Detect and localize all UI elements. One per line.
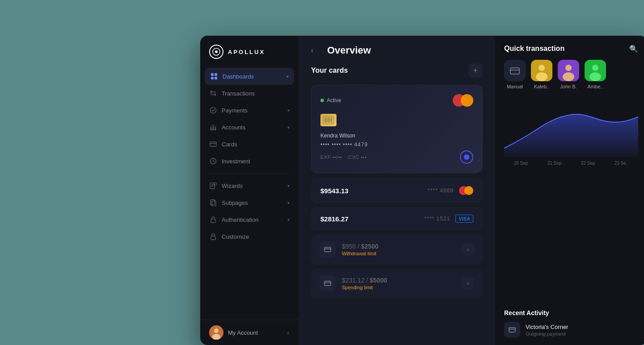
stats-row: $950 / $2500 Withdrawal limit › [311,235,483,298]
chevron-down-icon: ▾ [287,125,290,130]
page-title: Overview [327,45,371,56]
mc-logo-small [459,186,473,195]
mini-card-2[interactable]: $2816.27 **** 1521 VISA [311,207,483,230]
stat-arrow-1[interactable]: › [462,243,474,256]
mini-card-amount: $9543.13 [320,187,349,195]
investment-icon [209,157,217,165]
svg-rect-4 [211,77,214,79]
svg-rect-14 [211,236,215,240]
spending-icon [320,275,336,291]
card-top-row: Active [320,94,473,107]
activity-type: Outgoing payment [526,331,638,337]
card-meta: EXP ••/•• CVC ••• [320,154,366,160]
contact-name-amber: Ambe.. [588,84,603,89]
sidebar-item-payments[interactable]: Payments ▾ [200,102,299,119]
contact-name-manual: Manual [507,84,523,89]
right-panel: Quick transaction Manual [495,36,644,345]
chart-area: 20 Sep 21 Sep 22 Sep 23 Se.. [495,96,644,302]
stat-info-2: $231.12 / $5000 Spending limit [342,277,455,290]
mini-card-1[interactable]: $9543.13 **** 4869 [311,179,483,203]
mini-card-right-2: **** 1521 VISA [425,215,473,223]
logo-icon [209,45,223,59]
transactions-icon [209,89,217,97]
back-button[interactable]: ‹ [311,45,322,56]
main-scroll-area: Your cards + Active [299,63,495,345]
sidebar-item-investment[interactable]: Investment [200,153,299,170]
search-icon[interactable]: 🔍 [629,45,638,53]
sidebar-item-transactions[interactable]: Transactions [200,85,299,102]
sidebar-item-label: Wizards [222,183,283,189]
svg-point-26 [539,65,545,71]
logo-text: APOLLUX [228,49,265,55]
spending-limit-item: $231.12 / $5000 Spending limit › [311,269,483,298]
svg-rect-22 [504,60,526,81]
mastercard-logo [453,94,473,107]
svg-point-1 [215,50,218,53]
contact-avatar-kaleb [531,60,552,81]
payments-icon [209,106,217,114]
current-amount-2: $231.12 [342,277,365,284]
cards-section-header: Your cards + [311,63,483,78]
contact-kaleb[interactable]: Kaleb.. [531,60,552,89]
contact-amber[interactable]: Ambe.. [585,60,606,89]
sidebar-nav: Dashboards ▾ Transactions [200,66,299,320]
accounts-icon [209,123,217,131]
svg-rect-5 [215,77,217,79]
contact-avatar-john [558,60,579,81]
svg-point-27 [536,72,547,81]
cards-section-title: Your cards [311,67,348,75]
activity-card-icon [504,322,520,338]
add-card-button[interactable]: + [468,63,483,78]
dashboards-icon [210,72,218,80]
total-amount-2: / $5000 [366,277,387,284]
chart-label-1: 20 Sep [514,161,528,166]
svg-point-30 [563,72,574,81]
account-name: My Account [228,329,282,336]
cvc-dots: ••• [361,154,366,160]
contact-avatar-manual [504,60,526,81]
sidebar-item-label: Cards [222,141,290,148]
contact-john[interactable]: John B. [558,60,579,89]
sidebar-item-subpages[interactable]: Subpages ▾ [200,194,299,211]
sidebar-item-accounts[interactable]: Accounts ▾ [200,119,299,136]
current-amount: $950 [342,243,356,250]
sidebar-item-label: Subpages [222,200,283,206]
stat-arrow-2[interactable]: › [462,277,474,290]
sidebar: APOLLUX 🔍 Dashboards ▾ [200,36,299,345]
main-content: ‹ Overview Your cards + Active [299,36,495,345]
sidebar-item-label: Accounts [222,124,283,131]
sidebar-item-dashboards[interactable]: Dashboards ▾ [205,68,294,85]
sidebar-item-label: Customize [222,233,290,240]
chevron-down-icon: ▾ [287,217,290,222]
right-panel-header: Quick transaction Manual [495,36,644,96]
cards-icon [209,140,217,148]
contact-manual[interactable]: Manual [504,60,526,89]
activity-info: Victoria's Corner Outgoing payment [526,324,638,337]
authentication-icon [209,216,217,224]
mc-orange [464,186,473,195]
sidebar-item-authentication[interactable]: Authentication ▾ [200,211,299,228]
card-toggle-button[interactable] [460,150,473,164]
chevron-down-icon: ▾ [287,108,290,113]
subpages-icon [209,199,217,207]
wizards-icon [209,182,217,190]
card-status: Active [320,97,341,104]
exp-label: EXP [320,154,331,160]
chip-icon [320,114,337,126]
exp-value: ••/•• [333,154,342,160]
mini-card-number: **** 4869 [428,187,454,194]
chart-label-2: 21 Sep [547,161,562,166]
my-account-footer[interactable]: My Account ∧ [200,320,299,345]
status-indicator [320,99,324,102]
svg-rect-3 [215,73,217,76]
svg-rect-2 [211,73,214,76]
mini-card-number-2: **** 1521 [425,216,450,222]
chevron-down-icon: ▾ [286,74,289,79]
status-text: Active [327,97,341,104]
sidebar-item-wizards[interactable]: Wizards ▾ [200,177,299,194]
sidebar-item-cards[interactable]: Cards [200,136,299,153]
svg-rect-34 [509,328,515,332]
sidebar-item-customize[interactable]: Customize [200,228,299,245]
chart-label-3: 22 Sep [581,161,595,166]
svg-rect-13 [211,219,215,223]
